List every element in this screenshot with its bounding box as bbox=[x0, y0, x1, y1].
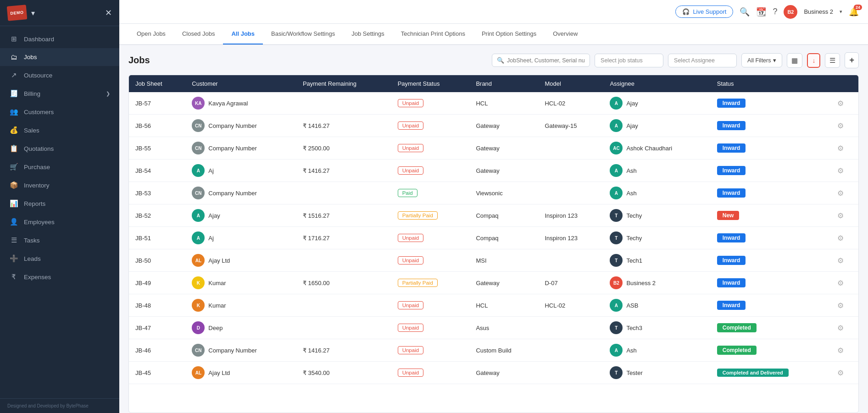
model-cell bbox=[538, 249, 603, 272]
payment-status-badge: Unpaid bbox=[398, 121, 423, 130]
actions-cell[interactable]: ⚙ bbox=[831, 115, 858, 137]
tab-job-settings[interactable]: Job Settings bbox=[343, 24, 393, 44]
tab-open-jobs[interactable]: Open Jobs bbox=[128, 24, 174, 44]
brand-cell: Asus bbox=[469, 317, 538, 339]
calendar-icon[interactable]: 📆 bbox=[756, 7, 766, 17]
arrow-icon: ❯ bbox=[106, 91, 110, 97]
notification-button[interactable]: 🔔 24 bbox=[849, 7, 859, 17]
search-icon[interactable]: 🔍 bbox=[740, 7, 750, 17]
brand-cell: Gateway bbox=[469, 160, 538, 182]
sidebar-toggle-icon[interactable]: ▾ bbox=[31, 9, 35, 17]
actions-cell[interactable]: ⚙ bbox=[831, 227, 858, 249]
sidebar-close-icon[interactable]: ✕ bbox=[105, 8, 112, 18]
row-settings-icon[interactable]: ⚙ bbox=[837, 234, 844, 242]
add-job-button[interactable]: + bbox=[845, 52, 859, 68]
status-badge: Completed bbox=[717, 346, 757, 355]
sidebar-item-quotations[interactable]: 📋 Quotations bbox=[0, 139, 119, 158]
row-settings-icon[interactable]: ⚙ bbox=[837, 212, 844, 220]
sidebar-item-tasks[interactable]: ☰ Tasks bbox=[0, 231, 119, 249]
assignee-cell: AC Ashok Chaudhari bbox=[603, 137, 710, 160]
actions-cell[interactable]: ⚙ bbox=[831, 182, 858, 204]
sidebar-item-billing[interactable]: 🧾 Billing ❯ bbox=[0, 84, 119, 103]
jobs-icon: 🗂 bbox=[9, 53, 18, 61]
customer-avatar: KA bbox=[192, 97, 205, 110]
sidebar-item-inventory[interactable]: 📦 Inventory bbox=[0, 176, 119, 194]
assignee-name: Tech1 bbox=[626, 257, 642, 264]
actions-cell[interactable]: ⚙ bbox=[831, 317, 858, 339]
assignee-name: Ash bbox=[626, 190, 636, 197]
sidebar-item-expenses[interactable]: ₹ Expenses bbox=[0, 268, 119, 286]
sidebar-item-customers[interactable]: 👥 Customers bbox=[0, 103, 119, 121]
actions-cell[interactable]: ⚙ bbox=[831, 249, 858, 272]
tab-technician-print[interactable]: Technician Print Options bbox=[393, 24, 473, 44]
sidebar-item-label: Customers bbox=[24, 109, 54, 116]
sidebar-item-sales[interactable]: 💰 Sales bbox=[0, 121, 119, 139]
columns-button[interactable]: ☰ bbox=[825, 53, 840, 68]
live-support-button[interactable]: 🎧 Live Support bbox=[675, 6, 733, 18]
sidebar-item-employees[interactable]: 👤 Employees bbox=[0, 213, 119, 231]
actions-cell[interactable]: ⚙ bbox=[831, 204, 858, 227]
row-settings-icon[interactable]: ⚙ bbox=[837, 189, 844, 197]
model-cell: HCL-02 bbox=[538, 92, 603, 115]
table-row: JB-55 CN Company Number ₹ 2500.00 Unpaid… bbox=[129, 137, 858, 160]
actions-cell[interactable]: ⚙ bbox=[831, 272, 858, 294]
actions-cell[interactable]: ⚙ bbox=[831, 294, 858, 317]
sidebar-item-purchase[interactable]: 🛒 Purchase bbox=[0, 158, 119, 176]
tab-print-option[interactable]: Print Option Settings bbox=[473, 24, 545, 44]
content-area: Jobs 🔍 Select job status Select Assignee… bbox=[119, 45, 868, 413]
tab-basic-workflow[interactable]: Basic/Workflow Settings bbox=[263, 24, 343, 44]
job-sheet-cell: JB-54 bbox=[129, 160, 185, 182]
row-settings-icon[interactable]: ⚙ bbox=[837, 324, 844, 332]
tab-overview[interactable]: Overview bbox=[545, 24, 586, 44]
row-settings-icon[interactable]: ⚙ bbox=[837, 257, 844, 264]
assignee-name: Tech3 bbox=[626, 325, 642, 331]
table-row: JB-51 A Aj ₹ 1716.27 Unpaid Compaq Inspi… bbox=[129, 227, 858, 249]
job-sheet-cell: JB-49 bbox=[129, 272, 185, 294]
actions-cell[interactable]: ⚙ bbox=[831, 137, 858, 160]
sidebar-item-outsource[interactable]: ↗ Outsource bbox=[0, 66, 119, 84]
actions-cell[interactable]: ⚙ bbox=[831, 339, 858, 362]
filter-icon: ▦ bbox=[791, 56, 798, 65]
customer-cell: CN Company Number bbox=[185, 137, 296, 160]
row-settings-icon[interactable]: ⚙ bbox=[837, 369, 844, 377]
row-settings-icon[interactable]: ⚙ bbox=[837, 144, 844, 152]
actions-cell[interactable]: ⚙ bbox=[831, 92, 858, 115]
search-input[interactable] bbox=[507, 57, 585, 64]
actions-cell[interactable]: ⚙ bbox=[831, 362, 858, 384]
row-settings-icon[interactable]: ⚙ bbox=[837, 347, 844, 354]
job-status-select[interactable]: Select job status bbox=[595, 54, 663, 67]
headset-icon: 🎧 bbox=[682, 8, 690, 15]
model-cell bbox=[538, 137, 603, 160]
filter-icon-button[interactable]: ▦ bbox=[787, 53, 802, 68]
job-sheet-cell: JB-48 bbox=[129, 294, 185, 317]
row-settings-icon[interactable]: ⚙ bbox=[837, 99, 844, 107]
sidebar-item-leads[interactable]: ➕ Leads bbox=[0, 249, 119, 268]
payment-remaining-cell bbox=[296, 182, 391, 204]
assignee-select[interactable]: Select Assignee bbox=[668, 54, 737, 67]
notification-badge: 24 bbox=[854, 5, 862, 10]
sidebar-item-dashboard[interactable]: ⊞ Dashboard bbox=[0, 30, 119, 48]
row-settings-icon[interactable]: ⚙ bbox=[837, 302, 844, 309]
actions-cell[interactable]: ⚙ bbox=[831, 160, 858, 182]
all-filters-button[interactable]: All Filters ▾ bbox=[741, 53, 782, 67]
sidebar-item-reports[interactable]: 📊 Reports bbox=[0, 194, 119, 213]
export-button[interactable]: ↓ bbox=[807, 53, 820, 68]
col-header-brand: Brand bbox=[469, 75, 538, 92]
user-dropdown-icon[interactable]: ▾ bbox=[840, 9, 842, 15]
assignee-avatar: B2 bbox=[610, 276, 623, 289]
tab-all-jobs[interactable]: All Jobs bbox=[223, 24, 263, 44]
assignee-avatar: T bbox=[610, 209, 623, 222]
tab-closed-jobs[interactable]: Closed Jobs bbox=[174, 24, 223, 44]
customer-name: Company Number bbox=[208, 190, 257, 197]
row-settings-icon[interactable]: ⚙ bbox=[837, 167, 844, 175]
row-settings-icon[interactable]: ⚙ bbox=[837, 279, 844, 287]
sidebar-item-jobs[interactable]: 🗂 Jobs bbox=[0, 48, 119, 66]
customer-cell: CN Company Number bbox=[185, 182, 296, 204]
row-settings-icon[interactable]: ⚙ bbox=[837, 122, 844, 130]
help-icon[interactable]: ? bbox=[773, 7, 777, 17]
customers-icon: 👥 bbox=[9, 108, 18, 116]
job-sheet-cell: JB-55 bbox=[129, 137, 185, 160]
model-cell: Inspiron 123 bbox=[538, 204, 603, 227]
status-cell: Completed bbox=[711, 339, 831, 362]
payment-remaining-cell: ₹ 2500.00 bbox=[296, 137, 391, 160]
